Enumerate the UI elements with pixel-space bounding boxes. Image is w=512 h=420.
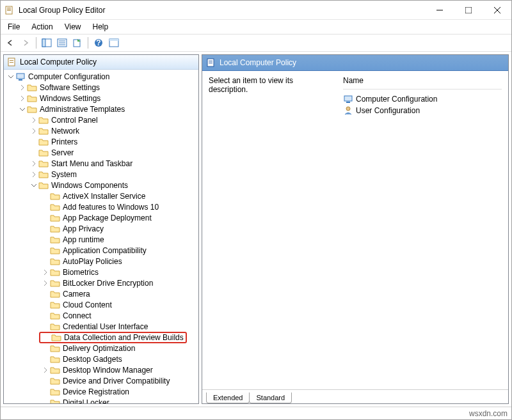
export-button[interactable] bbox=[70, 36, 84, 50]
expand-icon[interactable] bbox=[18, 83, 27, 92]
collapse-icon[interactable] bbox=[18, 105, 27, 114]
menu-action[interactable]: Action bbox=[26, 21, 58, 33]
expand-icon[interactable] bbox=[41, 366, 50, 375]
folder-icon bbox=[50, 354, 60, 364]
tab-standard[interactable]: Standard bbox=[249, 393, 292, 403]
node-label: Windows Components bbox=[51, 181, 128, 190]
expand-icon[interactable] bbox=[18, 94, 27, 103]
blank-icon bbox=[41, 290, 50, 299]
tree-header-label: Local Computer Policy bbox=[20, 58, 97, 66]
collapse-icon[interactable] bbox=[29, 181, 38, 190]
tree: Computer Configuration Software Settings… bbox=[4, 70, 198, 403]
svg-rect-9 bbox=[42, 39, 45, 47]
menu-help[interactable]: Help bbox=[87, 21, 115, 33]
node-label: Device Registration bbox=[63, 387, 129, 396]
tree-node-digital-locker[interactable]: Digital Locker bbox=[4, 397, 198, 403]
tree-node-dwm[interactable]: Desktop Window Manager bbox=[4, 364, 198, 375]
tree-node-app-runtime[interactable]: App runtime bbox=[4, 234, 198, 245]
forward-button[interactable] bbox=[19, 36, 33, 50]
expand-icon[interactable] bbox=[41, 279, 50, 288]
node-label: Software Settings bbox=[40, 83, 100, 92]
properties-button[interactable] bbox=[55, 36, 69, 50]
node-label: Device and Driver Compatibility bbox=[63, 377, 170, 385]
svg-rect-5 bbox=[465, 7, 472, 13]
menubar: File Action View Help bbox=[1, 20, 511, 34]
tree-node-app-privacy[interactable]: App Privacy bbox=[4, 223, 198, 234]
tree-scroll[interactable]: Computer Configuration Software Settings… bbox=[4, 70, 198, 403]
list-item-label: Computer Configuration bbox=[356, 95, 437, 104]
tree-node-software-settings[interactable]: Software Settings bbox=[4, 82, 198, 93]
tree-node-start-menu[interactable]: Start Menu and Taskbar bbox=[4, 158, 198, 169]
folder-icon bbox=[50, 245, 60, 256]
folder-icon bbox=[38, 159, 49, 169]
expand-icon[interactable] bbox=[29, 159, 38, 168]
tree-header[interactable]: Local Computer Policy bbox=[4, 55, 198, 70]
tree-node-windows-settings[interactable]: Windows Settings bbox=[4, 93, 198, 104]
expand-icon[interactable] bbox=[41, 268, 50, 277]
node-label: Windows Settings bbox=[40, 94, 100, 103]
folder-icon bbox=[50, 202, 60, 212]
node-label: Control Panel bbox=[51, 116, 98, 125]
menu-view[interactable]: View bbox=[59, 21, 87, 33]
tree-node-network[interactable]: Network bbox=[4, 125, 198, 136]
node-label: Digital Locker bbox=[63, 398, 109, 404]
expand-icon[interactable] bbox=[29, 170, 38, 179]
tree-node-data-collection[interactable]: Data Collection and Preview Builds bbox=[4, 332, 198, 343]
tree-node-app-package[interactable]: App Package Deployment bbox=[4, 212, 198, 223]
tree-node-cloud[interactable]: Cloud Content bbox=[4, 299, 198, 310]
tab-extended[interactable]: Extended bbox=[206, 393, 250, 403]
folder-icon bbox=[50, 256, 60, 267]
list-item-user-config[interactable]: User Configuration bbox=[343, 105, 502, 116]
tree-node-device-driver[interactable]: Device and Driver Compatibility bbox=[4, 375, 198, 386]
tree-node-admin-templates[interactable]: Administrative Templates bbox=[4, 104, 198, 114]
tree-node-camera[interactable]: Camera bbox=[4, 288, 198, 299]
node-label: Computer Configuration bbox=[28, 72, 109, 81]
tree-node-autoplay[interactable]: AutoPlay Policies bbox=[4, 256, 198, 267]
show-hide-tree-button[interactable] bbox=[40, 36, 54, 50]
close-button[interactable] bbox=[483, 1, 511, 19]
maximize-button[interactable] bbox=[454, 1, 483, 19]
user-icon bbox=[343, 105, 353, 116]
content-body: Select an item to view its description. … bbox=[202, 71, 508, 389]
list-item-computer-config[interactable]: Computer Configuration bbox=[343, 93, 502, 105]
tree-node-bitlocker[interactable]: BitLocker Drive Encryption bbox=[4, 277, 198, 288]
help-button[interactable]: ? bbox=[92, 36, 106, 50]
minimize-button[interactable] bbox=[425, 1, 454, 19]
node-label: Cloud Content bbox=[63, 300, 112, 309]
folder-icon bbox=[38, 169, 49, 180]
tree-node-system[interactable]: System bbox=[4, 169, 198, 180]
svg-rect-22 bbox=[17, 74, 24, 79]
expand-icon[interactable] bbox=[29, 116, 38, 125]
tree-node-app-compat[interactable]: Application Compatibility bbox=[4, 245, 198, 256]
blank-icon bbox=[41, 377, 50, 385]
tree-node-delivery-opt[interactable]: Delivery Optimization bbox=[4, 343, 198, 354]
content-title: Local Computer Policy bbox=[220, 58, 296, 67]
node-label: Biometrics bbox=[63, 268, 99, 277]
back-button[interactable] bbox=[3, 36, 17, 50]
toolbar: ? bbox=[1, 34, 511, 52]
folder-icon bbox=[27, 104, 37, 114]
menu-file[interactable]: File bbox=[2, 21, 26, 33]
tree-node-add-features[interactable]: Add features to Windows 10 bbox=[4, 201, 198, 212]
tree-node-computer-configuration[interactable]: Computer Configuration bbox=[4, 71, 198, 82]
tree-node-connect[interactable]: Connect bbox=[4, 310, 198, 321]
tree-node-desktop-gadgets[interactable]: Desktop Gadgets bbox=[4, 354, 198, 364]
tree-node-windows-components[interactable]: Windows Components bbox=[4, 180, 198, 191]
tree-node-biometrics[interactable]: Biometrics bbox=[4, 267, 198, 277]
tree-node-activex[interactable]: ActiveX Installer Service bbox=[4, 191, 198, 201]
tree-node-cred-ui[interactable]: Credential User Interface bbox=[4, 321, 198, 332]
node-label: App Privacy bbox=[63, 224, 104, 233]
blank-icon bbox=[41, 203, 50, 212]
tree-node-control-panel[interactable]: Control Panel bbox=[4, 114, 198, 125]
folder-icon bbox=[50, 322, 60, 332]
expand-icon[interactable] bbox=[29, 127, 38, 136]
folder-icon bbox=[50, 311, 60, 321]
folder-icon bbox=[51, 332, 61, 343]
collapse-icon[interactable] bbox=[6, 72, 15, 81]
tree-node-printers[interactable]: Printers bbox=[4, 136, 198, 147]
name-column-header[interactable]: Name bbox=[343, 76, 502, 85]
toolbar-separator bbox=[88, 37, 88, 49]
tree-node-server[interactable]: Server bbox=[4, 147, 198, 158]
tree-node-device-reg[interactable]: Device Registration bbox=[4, 386, 198, 397]
filter-button[interactable] bbox=[107, 36, 121, 50]
